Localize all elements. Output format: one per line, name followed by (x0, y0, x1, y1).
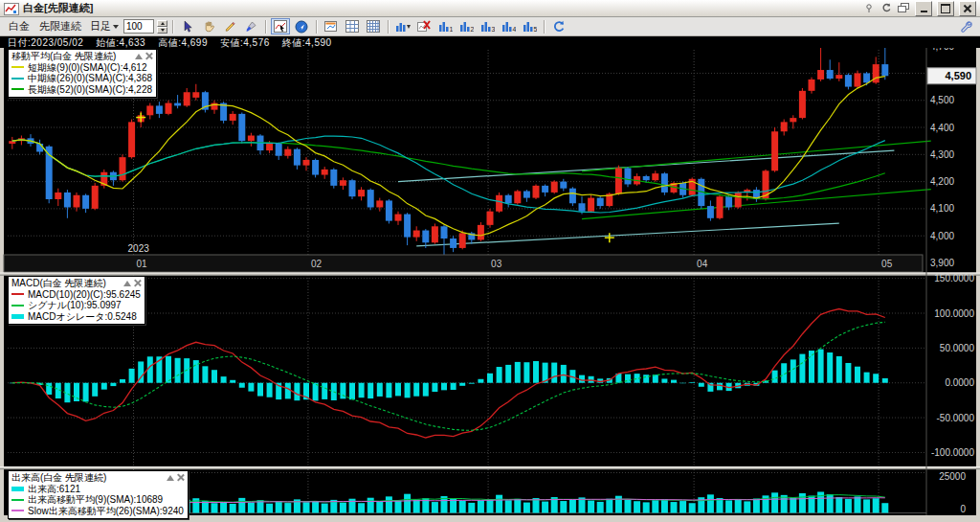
volume-ma9-swatch (11, 499, 24, 501)
current-price-tag-text: 4,590 (945, 70, 971, 81)
pointer-tool-button[interactable] (178, 18, 197, 34)
sma26-swatch (11, 78, 24, 79)
navigate-button[interactable] (292, 18, 311, 34)
svg-text:2: 2 (470, 26, 474, 33)
svg-text:100.0000: 100.0000 (934, 308, 974, 319)
delete-chart-icon (417, 20, 431, 33)
svg-text:02: 02 (311, 259, 323, 269)
navigate-icon (295, 20, 308, 34)
layout-3-icon: 3 (480, 20, 495, 33)
svg-text:3: 3 (491, 26, 495, 33)
toolbar-separator (265, 20, 266, 34)
layout-5-button[interactable]: 5 (520, 18, 539, 34)
pencil-tool-button[interactable] (220, 18, 239, 34)
layout-2-icon: 2 (459, 20, 474, 33)
sma52-swatch (11, 88, 24, 90)
info-high: 高値:4,699 (158, 36, 208, 48)
chevron-down-icon (113, 25, 119, 29)
svg-text:4,100: 4,100 (930, 203, 954, 214)
window-title: 白金[先限連続] (23, 1, 93, 15)
svg-text:5: 5 (533, 26, 537, 33)
layout-1-icon: 1 (438, 20, 453, 33)
svg-text:3,900: 3,900 (930, 258, 954, 268)
minimize-button[interactable] (915, 1, 932, 16)
svg-text:04: 04 (697, 259, 708, 269)
collapse-triangle-icon[interactable] (135, 54, 143, 59)
spinner-down-icon[interactable] (157, 27, 167, 34)
sma9-label: 短期線(9)(0)(SMA)(C):4,612 (28, 62, 146, 74)
layout-5-icon: 5 (523, 20, 537, 33)
macd-osc-label: MACDオシレータ:0.5248 (28, 311, 137, 323)
grid-icon (345, 20, 359, 33)
macd-line-label: MACD(10)(20)(C):95.6245 (28, 289, 141, 301)
chart-canvas[interactable]: 010203040520234,7004,6004,5004,4004,3004… (0, 36, 980, 515)
grid-button[interactable] (343, 18, 362, 34)
new-chart-icon (324, 20, 338, 33)
contract-label[interactable]: 先限連続 (39, 19, 81, 34)
sma52-label: 長期線(52)(0)(SMA)(C):4,228 (28, 84, 152, 96)
toolbar: 白金 先限連続 日足 1 2 (0, 17, 980, 36)
macd-line-swatch (11, 293, 24, 295)
symbol-label[interactable]: 白金 (9, 19, 30, 34)
pan-tool-button[interactable] (199, 18, 218, 34)
layout-1-button[interactable]: 1 (435, 18, 455, 34)
delete-indicator-button[interactable] (414, 18, 434, 34)
refresh-button[interactable] (549, 18, 568, 34)
refresh-icon (552, 20, 566, 34)
layout-2-button[interactable]: 2 (457, 18, 476, 34)
crosshair-chart-button[interactable] (271, 18, 290, 34)
settings-wrench-button[interactable] (956, 18, 975, 34)
grid-dense-icon (367, 20, 380, 33)
layout-3-button[interactable]: 3 (478, 18, 497, 34)
macd-legend: MACD(白金 先限連続) MACD(10)(20)(C):95.6245 シグ… (8, 276, 145, 325)
grid-dense-button[interactable] (364, 18, 383, 34)
volume-ma9-label: 出来高移動平均(9)(SMA):10689 (28, 494, 163, 506)
collapse-triangle-icon[interactable] (123, 281, 131, 286)
chart-app-icon (4, 2, 19, 14)
collapse-triangle-icon[interactable] (167, 475, 174, 481)
cascade-windows-icon[interactable] (897, 3, 910, 14)
close-button[interactable] (959, 1, 976, 16)
chart-type-dropdown-button[interactable] (393, 18, 412, 34)
refresh-window-icon[interactable] (880, 3, 893, 14)
crosshair-chart-icon (274, 20, 287, 33)
info-low: 安値:4,576 (220, 36, 270, 48)
wrench-icon (960, 20, 972, 33)
bars-count-input[interactable] (123, 19, 154, 34)
timeframe-dropdown[interactable]: 日足 (90, 19, 119, 34)
bars-count-spinner[interactable] (157, 20, 167, 34)
price-legend: 移動平均(白金 先限連続) 短期線(9)(0)(SMA)(C):4,612 中期… (8, 49, 157, 98)
new-chart-button[interactable] (322, 18, 341, 34)
volume-ma26-swatch (11, 510, 24, 511)
svg-text:50.0000: 50.0000 (940, 343, 975, 353)
legend-close-icon[interactable] (177, 474, 184, 481)
signal-line-swatch (11, 305, 24, 306)
toolbar-separator (316, 20, 317, 34)
legend-close-icon[interactable] (145, 53, 152, 59)
svg-text:-50.0000: -50.0000 (937, 413, 975, 423)
svg-text:05: 05 (881, 259, 893, 269)
spinner-up-icon[interactable] (157, 20, 167, 27)
layout-4-button[interactable]: 4 (499, 18, 518, 34)
hand-icon (203, 20, 215, 33)
svg-text:4,400: 4,400 (930, 123, 954, 133)
svg-text:4,200: 4,200 (930, 176, 954, 187)
maximize-button[interactable] (937, 1, 954, 16)
chart-client-area: 010203040520234,7004,6004,5004,4004,3004… (0, 36, 980, 515)
macd-osc-swatch (11, 314, 24, 319)
volume-ma26-label: Slow出来高移動平均(26)(SMA):9240 (28, 506, 184, 517)
macd-legend-title: MACD(白金 先限連続) (11, 278, 106, 289)
layout-4-icon: 4 (501, 20, 516, 33)
legend-close-icon[interactable] (134, 280, 141, 286)
svg-text:03: 03 (491, 259, 502, 269)
window-title-bar[interactable]: 白金[先限連続] (0, 0, 980, 17)
svg-text:150.0000: 150.0000 (934, 273, 974, 284)
price-legend-title: 移動平均(白金 先限連続) (11, 51, 116, 62)
svg-text:01: 01 (137, 259, 148, 269)
svg-text:-100.0000: -100.0000 (931, 447, 974, 458)
info-close: 終値:4,590 (282, 36, 332, 48)
volume-swatch (11, 487, 24, 491)
pin-icon[interactable] (862, 3, 876, 14)
volume-label: 出来高:6121 (28, 484, 80, 495)
brush-tool-button[interactable] (241, 18, 260, 34)
